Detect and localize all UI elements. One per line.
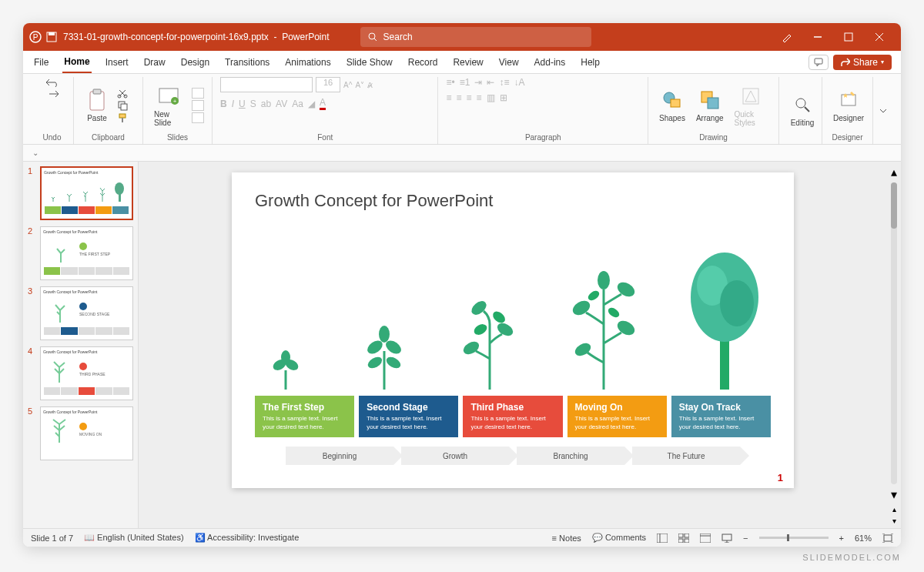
spacing-button[interactable]: AV: [276, 99, 287, 109]
ink-button[interactable]: [772, 23, 802, 51]
stage-3[interactable]: Third PhaseThis is a sample text. Insert…: [463, 396, 562, 437]
outdent-button[interactable]: ⇤: [487, 77, 494, 88]
arrow-1[interactable]: Beginning: [286, 447, 393, 465]
underline-button[interactable]: U: [239, 99, 246, 109]
accessibility-status[interactable]: ♿ Accessibility: Investigate: [195, 533, 300, 543]
stage-2[interactable]: Second StageThis is a sample text. Inser…: [359, 396, 458, 437]
undo-button[interactable]: [45, 77, 60, 88]
align-center-button[interactable]: ≡: [457, 92, 462, 103]
indent-button[interactable]: ⇥: [474, 77, 482, 88]
tab-record[interactable]: Record: [407, 52, 440, 72]
new-slide-button[interactable]: + New Slide: [151, 82, 187, 129]
thumbnail-panel[interactable]: 1 Growth Concept for PowerPoint 2 Growth…: [23, 162, 139, 528]
columns-button[interactable]: ▥: [487, 92, 495, 103]
stage-4[interactable]: Moving OnThis is a sample text. Insert y…: [567, 396, 667, 437]
comments-button[interactable]: [808, 55, 829, 70]
justify-button[interactable]: ≡: [477, 92, 482, 103]
editing-button[interactable]: Editing: [787, 91, 818, 129]
italic-button[interactable]: I: [232, 99, 234, 109]
reset-icon[interactable]: [192, 100, 204, 111]
thumbnail-1[interactable]: 1 Growth Concept for PowerPoint: [28, 166, 133, 220]
copy-icon[interactable]: [117, 100, 128, 111]
plant-5[interactable]: [678, 243, 771, 390]
shrink-font-icon[interactable]: A˅: [355, 81, 364, 89]
arrow-4[interactable]: The Future: [632, 447, 740, 465]
collapse-ribbon-button[interactable]: [873, 77, 893, 144]
notes-button[interactable]: ≡ Notes: [552, 534, 581, 543]
save-icon[interactable]: [46, 32, 57, 42]
font-selector[interactable]: [220, 77, 313, 92]
slide[interactable]: Growth Concept for PowerPoint The First …: [232, 172, 794, 488]
designer-button[interactable]: Designer: [830, 86, 867, 124]
tab-draw[interactable]: Draw: [142, 52, 167, 72]
thumbnail-2[interactable]: 2 Growth Concept for PowerPoint THE FIRS…: [28, 226, 133, 280]
scroll-down-icon[interactable]: ▾: [891, 487, 897, 502]
prev-slide-icon[interactable]: ▴: [892, 505, 896, 513]
format-painter-icon[interactable]: [117, 112, 128, 123]
convert-button[interactable]: ⊞: [500, 92, 507, 103]
scroll-thumb[interactable]: [891, 182, 897, 229]
slide-title[interactable]: Growth Concept for PowerPoint: [255, 191, 771, 211]
highlight-button[interactable]: ◢: [308, 99, 315, 109]
bullets-button[interactable]: ≡•: [446, 77, 454, 88]
case-button[interactable]: Aa: [292, 99, 303, 109]
numbering-button[interactable]: ≡1: [460, 77, 470, 88]
thumbnail-3[interactable]: 3 Growth Concept for PowerPoint SECOND S…: [28, 286, 133, 340]
align-left-button[interactable]: ≡: [446, 92, 451, 103]
tab-home[interactable]: Home: [62, 52, 91, 73]
maximize-button[interactable]: [833, 23, 864, 51]
tab-review[interactable]: Review: [451, 52, 484, 72]
section-icon[interactable]: [192, 112, 204, 123]
reading-view-button[interactable]: [700, 533, 711, 544]
thumbnail-4[interactable]: 4 Growth Concept for PowerPoint THIRD PH…: [28, 346, 133, 400]
plant-2[interactable]: [350, 320, 419, 390]
sorter-view-button[interactable]: [678, 533, 689, 544]
tab-animations[interactable]: Animations: [283, 52, 332, 72]
tab-addins[interactable]: Add-ins: [533, 52, 567, 72]
bold-button[interactable]: B: [220, 99, 227, 109]
font-color-button[interactable]: A: [320, 97, 326, 110]
language-status[interactable]: 📖 English (United States): [84, 533, 184, 543]
arrange-button[interactable]: Arrange: [693, 86, 727, 124]
share-button[interactable]: Share ▾: [833, 55, 892, 70]
paste-button[interactable]: Paste: [82, 86, 112, 124]
slideshow-button[interactable]: [721, 533, 732, 544]
redo-button[interactable]: [45, 89, 60, 99]
tab-slideshow[interactable]: Slide Show: [345, 52, 394, 72]
stage-1[interactable]: The First StepThis is a sample text. Ins…: [255, 396, 354, 437]
grow-font-icon[interactable]: A^: [343, 81, 352, 89]
stage-5[interactable]: Stay On TrackThis is a sample text. Inse…: [671, 396, 771, 437]
minimize-button[interactable]: [802, 23, 833, 51]
arrow-2[interactable]: Growth: [401, 447, 509, 465]
clear-format-icon[interactable]: A̷: [367, 81, 373, 89]
slide-counter[interactable]: Slide 1 of 7: [31, 534, 73, 543]
line-spacing-button[interactable]: ↕≡: [499, 77, 509, 88]
scroll-up-icon[interactable]: ▴: [891, 165, 897, 179]
tab-file[interactable]: File: [32, 52, 50, 72]
vertical-scrollbar[interactable]: ▴ ▾ ▴ ▾: [887, 162, 901, 528]
close-button[interactable]: [864, 23, 895, 51]
shapes-button[interactable]: Shapes: [656, 86, 688, 124]
zoom-in-button[interactable]: +: [839, 534, 844, 543]
normal-view-button[interactable]: [657, 533, 668, 544]
tab-view[interactable]: View: [497, 52, 521, 72]
shadow-button[interactable]: ab: [261, 99, 271, 109]
plant-4[interactable]: [561, 266, 646, 390]
tab-help[interactable]: Help: [579, 52, 601, 72]
zoom-slider[interactable]: [759, 537, 829, 539]
zoom-out-button[interactable]: −: [743, 534, 748, 543]
tab-insert[interactable]: Insert: [104, 52, 130, 72]
tab-design[interactable]: Design: [179, 52, 211, 72]
thumbnail-5[interactable]: 5 Growth Concept for PowerPoint MOVING O…: [28, 406, 133, 460]
cut-icon[interactable]: [117, 88, 128, 99]
comments-status-button[interactable]: 💬 Comments: [592, 533, 646, 543]
zoom-level[interactable]: 61%: [855, 534, 872, 543]
plant-1[interactable]: [255, 343, 316, 390]
search-box[interactable]: Search: [360, 27, 591, 47]
align-right-button[interactable]: ≡: [467, 92, 472, 103]
qat-chevron-icon[interactable]: ⌄: [32, 149, 38, 157]
fit-button[interactable]: [882, 533, 893, 544]
plant-3[interactable]: [451, 297, 528, 390]
text-direction-button[interactable]: ↓A: [514, 77, 524, 88]
tab-transitions[interactable]: Transitions: [223, 52, 271, 72]
